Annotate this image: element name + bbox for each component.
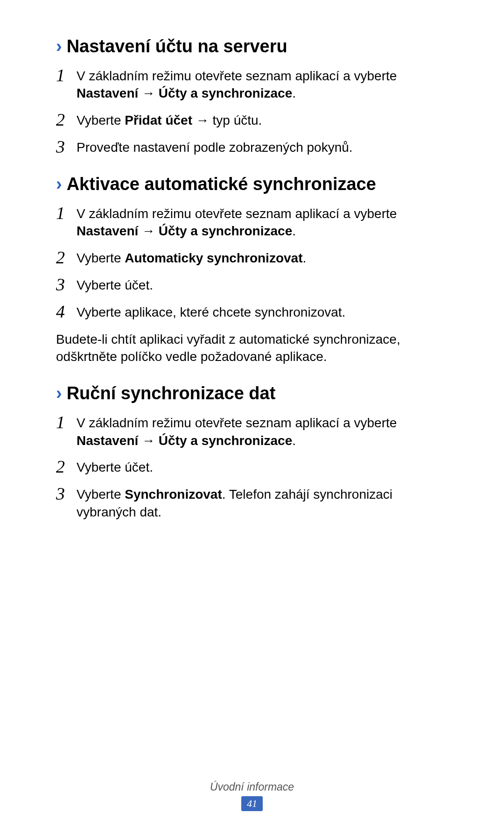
- step-number: 1: [56, 203, 77, 222]
- page-number-badge: 41: [241, 796, 263, 811]
- step-text: V základním režimu otevřete seznam aplik…: [77, 203, 453, 240]
- steps-list: 1 V základním režimu otevřete seznam apl…: [56, 65, 453, 156]
- step-number: 3: [56, 275, 77, 293]
- step-item: 3 Proveďte nastavení podle zobrazených p…: [56, 137, 453, 156]
- section-heading-auto-sync: › Aktivace automatické synchronizace: [56, 174, 453, 195]
- step-item: 2 Vyberte Automaticky synchronizovat.: [56, 247, 453, 267]
- steps-list: 1 V základním režimu otevřete seznam apl…: [56, 412, 453, 521]
- heading-text: Ruční synchronizace dat: [67, 383, 276, 404]
- step-number: 3: [56, 137, 77, 156]
- section-heading-account-setup: › Nastavení účtu na serveru: [56, 36, 453, 57]
- step-number: 2: [56, 457, 77, 475]
- step-text: Proveďte nastavení podle zobrazených pok…: [77, 137, 453, 156]
- step-item: 2 Vyberte Přidat účet → typ účtu.: [56, 110, 453, 129]
- step-number: 2: [56, 247, 77, 266]
- step-text: V základním režimu otevřete seznam aplik…: [77, 65, 453, 103]
- chevron-right-icon: ›: [56, 175, 62, 193]
- step-number: 4: [56, 302, 77, 320]
- step-text: Vyberte Automaticky synchronizovat.: [77, 247, 453, 267]
- step-item: 1 V základním režimu otevřete seznam apl…: [56, 412, 453, 450]
- step-text: V základním režimu otevřete seznam aplik…: [77, 412, 453, 450]
- footer-breadcrumb: Úvodní informace: [0, 781, 504, 793]
- step-number: 3: [56, 484, 77, 502]
- chevron-right-icon: ›: [56, 37, 62, 55]
- step-item: 3 Vyberte Synchronizovat. Telefon zahájí…: [56, 484, 453, 521]
- step-text: Vyberte aplikace, které chcete synchroni…: [77, 302, 453, 321]
- heading-text: Nastavení účtu na serveru: [67, 36, 287, 57]
- section-heading-manual-sync: › Ruční synchronizace dat: [56, 383, 453, 404]
- step-item: 1 V základním režimu otevřete seznam apl…: [56, 203, 453, 240]
- step-text: Vyberte účet.: [77, 457, 453, 476]
- page-footer: Úvodní informace 41: [0, 781, 504, 811]
- step-number: 1: [56, 412, 77, 431]
- chevron-right-icon: ›: [56, 384, 62, 402]
- step-item: 2 Vyberte účet.: [56, 457, 453, 476]
- step-item: 4 Vyberte aplikace, které chcete synchro…: [56, 302, 453, 321]
- step-text: Vyberte Přidat účet → typ účtu.: [77, 110, 453, 129]
- steps-list: 1 V základním režimu otevřete seznam apl…: [56, 203, 453, 321]
- step-item: 1 V základním režimu otevřete seznam apl…: [56, 65, 453, 103]
- heading-text: Aktivace automatické synchronizace: [67, 174, 376, 195]
- manual-page: › Nastavení účtu na serveru 1 V základní…: [0, 0, 504, 827]
- step-text: Vyberte účet.: [77, 275, 453, 294]
- step-number: 2: [56, 110, 77, 128]
- step-item: 3 Vyberte účet.: [56, 275, 453, 294]
- step-text: Vyberte Synchronizovat. Telefon zahájí s…: [77, 484, 453, 521]
- step-number: 1: [56, 65, 77, 84]
- note-paragraph: Budete-li chtít aplikaci vyřadit z autom…: [56, 331, 453, 366]
